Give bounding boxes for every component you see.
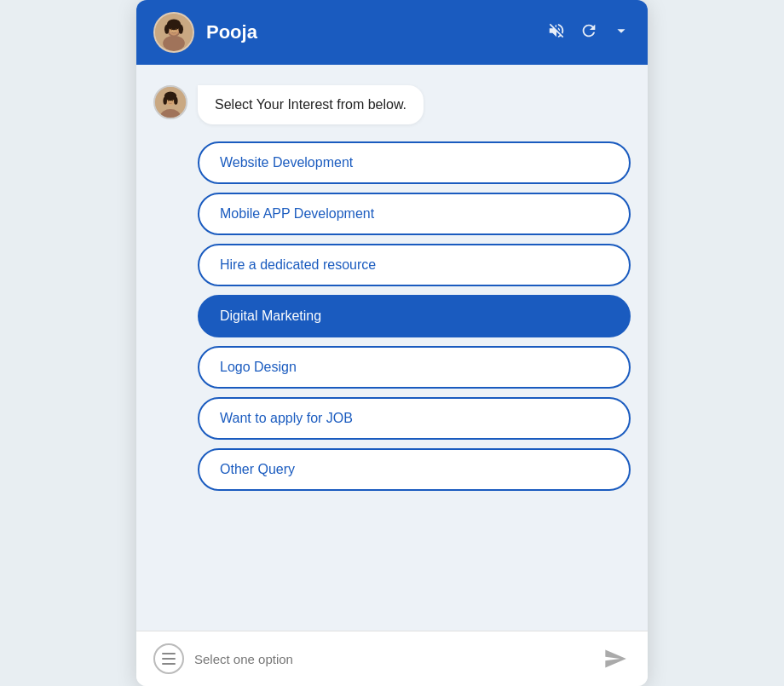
bot-avatar <box>153 85 187 119</box>
option-other-query[interactable]: Other Query <box>198 448 631 491</box>
svg-point-8 <box>170 28 172 30</box>
chat-widget: Pooja <box>136 0 648 686</box>
bot-message-bubble: Select Your Interest from below. <box>198 85 424 124</box>
svg-point-17 <box>171 100 173 101</box>
footer-input[interactable] <box>194 652 590 666</box>
bot-message-row: Select Your Interest from below. <box>153 85 631 124</box>
option-logo-design[interactable]: Logo Design <box>198 346 631 389</box>
option-hire-dedicated-resource[interactable]: Hire a dedicated resource <box>198 244 631 286</box>
bot-message-text: Select Your Interest from below. <box>215 97 406 112</box>
send-icon[interactable] <box>600 643 631 674</box>
refresh-icon[interactable] <box>579 21 598 44</box>
menu-icon[interactable] <box>153 643 184 674</box>
svg-point-3 <box>163 36 185 51</box>
header-controls <box>547 21 631 44</box>
option-mobile-app-development[interactable]: Mobile APP Development <box>198 193 631 235</box>
svg-point-7 <box>179 25 184 34</box>
chat-header: Pooja <box>136 0 648 65</box>
option-website-development[interactable]: Website Development <box>198 141 631 184</box>
svg-point-14 <box>163 97 167 105</box>
options-list: Website Development Mobile APP Developme… <box>198 141 631 491</box>
option-digital-marketing[interactable]: Digital Marketing <box>198 295 631 337</box>
svg-point-16 <box>168 100 170 101</box>
agent-name: Pooja <box>206 21 547 43</box>
chat-footer <box>136 631 648 686</box>
svg-point-9 <box>176 28 177 30</box>
mute-icon[interactable] <box>547 21 566 44</box>
chat-body: Select Your Interest from below. Website… <box>136 65 648 631</box>
svg-point-6 <box>164 25 170 34</box>
chevron-down-icon[interactable] <box>612 21 631 44</box>
agent-avatar <box>153 12 194 53</box>
svg-point-15 <box>174 97 178 105</box>
option-want-to-apply-for-job[interactable]: Want to apply for JOB <box>198 397 631 440</box>
